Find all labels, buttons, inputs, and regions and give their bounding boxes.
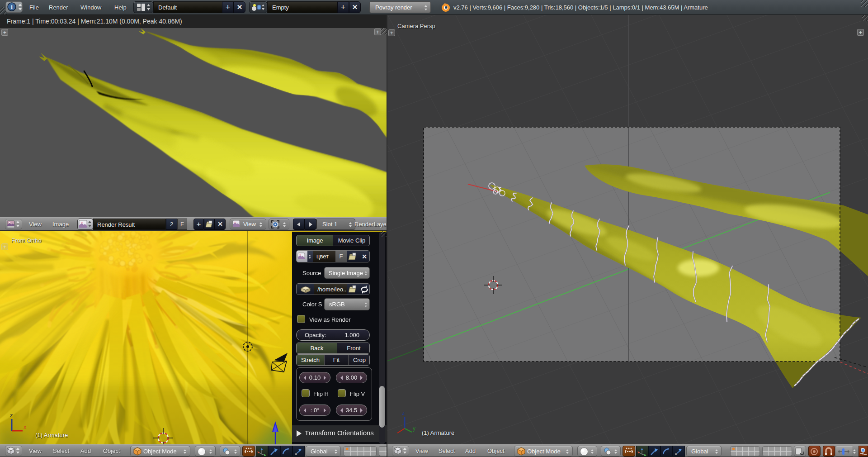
svg-text:z: z (10, 412, 13, 419)
svg-text:y: y (413, 425, 415, 432)
svg-text:x: x (24, 424, 27, 430)
svg-text:z: z (402, 409, 405, 416)
svg-text:i: i (11, 4, 13, 10)
